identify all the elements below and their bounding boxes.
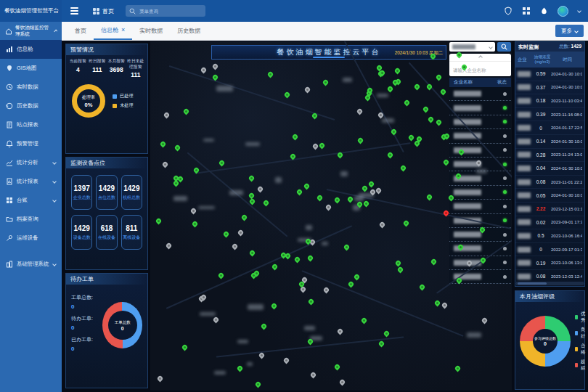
map-marker-online[interactable] bbox=[347, 280, 354, 287]
map-marker-online[interactable] bbox=[232, 242, 239, 250]
map-marker-online[interactable] bbox=[292, 134, 299, 141]
map-marker-online[interactable] bbox=[434, 300, 441, 307]
map-marker-offline[interactable] bbox=[257, 186, 264, 193]
map-marker-offline[interactable] bbox=[324, 204, 332, 211]
realtime-row[interactable]: 02024-01-17 22:53:00 bbox=[515, 121, 584, 135]
map-marker-offline[interactable] bbox=[375, 187, 383, 195]
map-marker-offline[interactable] bbox=[163, 112, 171, 119]
map-marker-online[interactable] bbox=[312, 142, 319, 150]
sidebar-item-site-report[interactable]: 站点报表 bbox=[0, 115, 62, 134]
map-marker-offline[interactable] bbox=[217, 272, 224, 279]
realtime-row[interactable]: 0.082023-11-01 22:25:00 bbox=[515, 176, 584, 189]
realtime-row[interactable]: 0.392023-11-16 08:04:00 bbox=[515, 108, 584, 122]
menu-search-input[interactable] bbox=[138, 8, 202, 15]
map-marker-online[interactable] bbox=[336, 327, 343, 335]
map-marker-online[interactable] bbox=[397, 266, 404, 274]
map-marker-offline[interactable] bbox=[454, 365, 462, 372]
gis-map[interactable]: 餐饮油烟智能监控云平台 2024/1/30 10:03 星期二 bbox=[150, 41, 512, 391]
map-marker-offline[interactable] bbox=[441, 302, 449, 309]
hamburger-menu-icon[interactable] bbox=[70, 7, 78, 15]
map-marker-online[interactable] bbox=[428, 116, 435, 123]
enterprise-area-select[interactable] bbox=[449, 42, 495, 52]
map-marker-online[interactable] bbox=[404, 99, 411, 107]
map-marker-online[interactable] bbox=[400, 164, 407, 171]
map-marker-online[interactable] bbox=[414, 83, 421, 91]
realtime-row[interactable]: 0.042024-01-30 10:03:00 bbox=[515, 162, 584, 176]
map-marker-offline[interactable] bbox=[307, 298, 314, 306]
enterprise-row[interactable] bbox=[449, 87, 511, 101]
sidebar-item-statistical-analysis[interactable]: 统计分析 bbox=[0, 153, 62, 172]
sidebar-item-device-ops[interactable]: 运维设备 bbox=[0, 229, 62, 248]
tab-info-cockpit[interactable]: 信息舱× bbox=[94, 22, 132, 40]
map-marker-online[interactable] bbox=[306, 255, 314, 262]
map-marker-offline[interactable] bbox=[248, 249, 256, 256]
map-marker-online[interactable] bbox=[248, 192, 255, 199]
avatar[interactable] bbox=[558, 6, 568, 17]
map-marker-online[interactable] bbox=[436, 74, 443, 81]
sidebar-item-history-data[interactable]: 历史数据 bbox=[0, 97, 62, 115]
map-marker-online[interactable] bbox=[155, 218, 163, 225]
map-marker-offline[interactable] bbox=[282, 356, 290, 364]
map-marker-online[interactable] bbox=[426, 194, 433, 201]
map-marker-offline[interactable] bbox=[218, 159, 225, 166]
map-marker-offline[interactable] bbox=[213, 317, 220, 324]
enterprise-row[interactable] bbox=[449, 200, 511, 213]
map-marker-offline[interactable] bbox=[266, 71, 274, 78]
map-marker-online[interactable] bbox=[386, 152, 393, 159]
map-marker-online[interactable] bbox=[156, 375, 163, 382]
map-marker-online[interactable] bbox=[261, 323, 268, 330]
horizontal-scrollbar[interactable] bbox=[516, 282, 584, 285]
map-marker-offline[interactable] bbox=[303, 183, 311, 190]
chevron-down-icon[interactable] bbox=[577, 9, 581, 13]
map-marker-online[interactable] bbox=[422, 106, 429, 113]
map-marker-online[interactable] bbox=[191, 221, 198, 228]
tab-home[interactable]: 首页 bbox=[68, 22, 94, 40]
map-marker-online[interactable] bbox=[481, 317, 489, 324]
shield-icon[interactable] bbox=[504, 7, 513, 15]
more-button[interactable]: 更多 bbox=[555, 25, 584, 37]
map-marker-online[interactable] bbox=[387, 86, 394, 93]
sidebar-item-realtime-data[interactable]: 实时数据 bbox=[0, 78, 62, 97]
map-marker-online[interactable] bbox=[248, 175, 256, 182]
tab-realtime-data[interactable]: 实时数据 bbox=[132, 22, 170, 40]
realtime-row[interactable]: 2.222023-12-15 01:11:00 bbox=[515, 203, 584, 216]
tab-history-data[interactable]: 历史数据 bbox=[170, 22, 208, 40]
map-marker-offline[interactable] bbox=[363, 200, 370, 207]
map-marker-online[interactable] bbox=[346, 195, 354, 203]
enterprise-name-input[interactable] bbox=[449, 64, 511, 76]
map-marker-online[interactable] bbox=[237, 229, 244, 236]
map-marker-offline[interactable] bbox=[378, 340, 385, 347]
map-marker-online[interactable] bbox=[430, 258, 437, 266]
realtime-row[interactable]: 0.192023-10-06 13:04:00 bbox=[515, 256, 584, 270]
map-marker-online[interactable] bbox=[162, 161, 169, 168]
map-marker-online[interactable] bbox=[353, 273, 360, 280]
map-marker-online[interactable] bbox=[254, 381, 261, 388]
map-marker-online[interactable] bbox=[357, 137, 364, 144]
map-marker-online[interactable] bbox=[333, 364, 340, 371]
close-icon[interactable]: × bbox=[121, 27, 125, 33]
map-marker-offline[interactable] bbox=[323, 287, 330, 294]
map-marker-online[interactable] bbox=[310, 371, 317, 378]
map-marker-online[interactable] bbox=[190, 207, 197, 214]
map-marker-offline[interactable] bbox=[418, 283, 425, 290]
map-marker-online[interactable] bbox=[270, 303, 277, 310]
map-marker-online[interactable] bbox=[223, 231, 230, 238]
realtime-row[interactable]: 0.52023-10-06 16:44:00 bbox=[515, 229, 584, 243]
map-marker-offline[interactable] bbox=[303, 86, 311, 94]
map-marker-online[interactable] bbox=[322, 78, 329, 86]
map-marker-online[interactable] bbox=[293, 256, 301, 264]
map-marker-online[interactable] bbox=[395, 260, 402, 267]
map-marker-online[interactable] bbox=[319, 142, 326, 150]
realtime-row[interactable]: 0.182023-11-10 03:45:00 bbox=[515, 94, 584, 108]
map-marker-online[interactable] bbox=[407, 134, 415, 141]
map-marker-offline[interactable] bbox=[236, 365, 243, 372]
map-marker-offline[interactable] bbox=[368, 181, 375, 188]
map-marker-online[interactable] bbox=[439, 89, 446, 96]
map-marker-offline[interactable] bbox=[378, 221, 385, 229]
enterprise-row[interactable] bbox=[449, 186, 511, 200]
realtime-row[interactable]: 0.372024-01-30 10:03:00 bbox=[515, 81, 584, 95]
scrollbar-thumb[interactable] bbox=[518, 282, 547, 285]
realtime-row[interactable]: 0.022023-09-01 17:39:00 bbox=[515, 216, 584, 230]
map-marker-offline[interactable] bbox=[333, 197, 340, 204]
map-marker-online[interactable] bbox=[160, 140, 167, 147]
